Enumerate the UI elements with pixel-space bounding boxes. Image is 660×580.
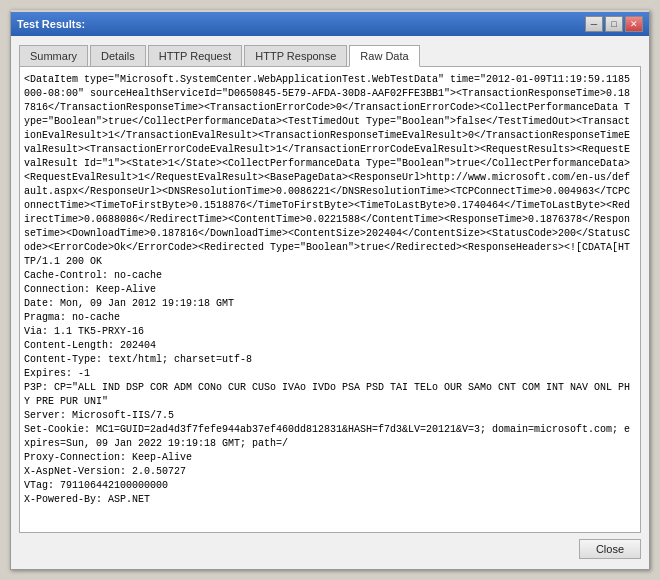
close-window-button[interactable]: ✕: [625, 16, 643, 32]
footer: Close: [19, 533, 641, 561]
close-button[interactable]: Close: [579, 539, 641, 559]
title-bar: Test Results: ─ □ ✕: [11, 12, 649, 36]
tab-details[interactable]: Details: [90, 45, 146, 67]
title-bar-controls: ─ □ ✕: [585, 16, 643, 32]
maximize-button[interactable]: □: [605, 16, 623, 32]
window-body: Summary Details HTTP Request HTTP Respon…: [11, 36, 649, 569]
tab-raw-data[interactable]: Raw Data: [349, 45, 419, 67]
test-results-window: Test Results: ─ □ ✕ Summary Details HTTP…: [10, 10, 650, 570]
tab-http-request[interactable]: HTTP Request: [148, 45, 243, 67]
raw-data-content[interactable]: <DataItem type="Microsoft.SystemCenter.W…: [20, 67, 640, 532]
window-title: Test Results:: [17, 18, 85, 30]
tab-http-response[interactable]: HTTP Response: [244, 45, 347, 67]
minimize-button[interactable]: ─: [585, 16, 603, 32]
tab-summary[interactable]: Summary: [19, 45, 88, 67]
tab-bar: Summary Details HTTP Request HTTP Respon…: [19, 44, 641, 66]
content-area: <DataItem type="Microsoft.SystemCenter.W…: [19, 66, 641, 533]
